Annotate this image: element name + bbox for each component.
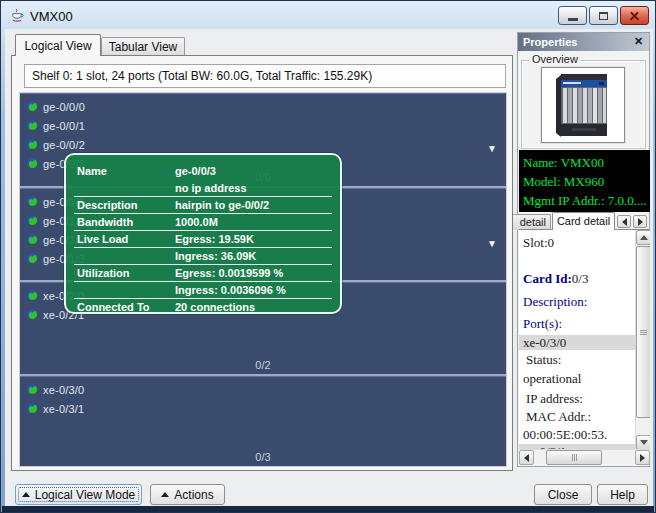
- device-mgmt-ip: Mgmt IP Addr.: 7.0.0....: [523, 191, 646, 210]
- port-label: xe-0/3/0: [43, 384, 84, 396]
- maximize-icon: [599, 12, 608, 20]
- client-area: Logical View Tabular View Shelf 0: 1 slo…: [5, 29, 653, 507]
- port-status-icon: [27, 120, 38, 131]
- tab-detail[interactable]: detail: [512, 214, 551, 230]
- left-arrow-icon: [524, 454, 529, 462]
- port-status-icon: [27, 158, 38, 169]
- port-status-icon: [27, 309, 38, 320]
- slot-field: Slot:0: [523, 233, 635, 253]
- tab-tabular-view[interactable]: Tabular View: [101, 37, 185, 56]
- port-status-icon: [27, 234, 38, 245]
- port-label: ge-0/0/2: [43, 139, 85, 151]
- thumb-grip: [572, 454, 577, 461]
- chassis-image: [541, 67, 625, 143]
- device-model: Model: MX960: [523, 172, 646, 191]
- overview-label: Overview: [529, 53, 581, 65]
- card-detail-panel: Slot:0 Card Id:0/3 Description: Port(s):…: [519, 229, 650, 449]
- port-status-icon: [27, 290, 38, 301]
- description-field: Description:: [523, 290, 635, 313]
- mac-label: MAC Addr.:: [523, 408, 635, 427]
- device-name: Name: VMX00: [523, 153, 646, 172]
- tooltip-row: Ingress: 0.0036096 %: [74, 282, 332, 299]
- minimize-button[interactable]: [558, 6, 587, 25]
- mac-value: 00:00:5E:00:53.: [523, 427, 635, 444]
- port-status-icon: [27, 253, 38, 264]
- help-button[interactable]: Help: [597, 484, 648, 505]
- tooltip-row: Bandwidth1000.0M: [74, 214, 332, 231]
- title-bar[interactable]: VMX00: [2, 2, 654, 29]
- tab-scroll-right-button[interactable]: [633, 215, 647, 228]
- slot-panel-0-3[interactable]: xe-0/3/0 xe-0/3/1 0/3: [20, 376, 506, 466]
- slot-label: 0/3: [20, 451, 506, 463]
- window-title: VMX00: [30, 9, 73, 24]
- tooltip-row: UtilizationEgress: 0.0019599 %: [74, 265, 332, 282]
- window-bottom-border: [2, 506, 654, 512]
- ports-field: Port(s):: [523, 313, 635, 335]
- tab-scroll-left-button[interactable]: [617, 215, 631, 228]
- collapse-arrow-icon: [22, 492, 30, 497]
- card-id-field: Card Id:0/3: [523, 267, 635, 290]
- actions-button[interactable]: Actions: [150, 484, 225, 505]
- down-arrow-icon: [640, 440, 648, 445]
- shelf-summary: Shelf 0: 1 slot, 24 ports (Total BW: 60.…: [24, 64, 506, 88]
- vertical-scroll-thumb[interactable]: [636, 246, 650, 418]
- port-tooltip: Namege-0/0/3 no ip address Descriptionha…: [64, 153, 342, 314]
- close-window-button[interactable]: [620, 6, 649, 25]
- close-icon: [629, 10, 640, 21]
- port-label: xe-0/3/1: [43, 403, 84, 415]
- port-status-icon: [27, 384, 38, 395]
- device-info-terminal: Name: VMX00 Model: MX960 Mgmt IP Addr.: …: [519, 150, 650, 212]
- scroll-up-button[interactable]: [636, 230, 650, 245]
- slot-label: 0/2: [20, 359, 506, 371]
- more-ports-icon[interactable]: ▼: [487, 239, 497, 249]
- tooltip-row: Live LoadEgress: 19.59K: [74, 231, 332, 248]
- right-arrow-icon: [638, 218, 643, 226]
- right-arrow-icon: [640, 454, 645, 462]
- tooltip-row: no ip address: [74, 180, 332, 197]
- minimize-icon: [568, 18, 578, 21]
- horizontal-scroll-thumb[interactable]: [546, 450, 602, 465]
- app-window: VMX00 Logical View Tabular View Shelf 0:…: [0, 0, 656, 513]
- logical-view-mode-button[interactable]: Logical View Mode: [15, 484, 142, 505]
- tab-logical-view[interactable]: Logical View: [15, 34, 101, 56]
- scroll-left-button[interactable]: [519, 450, 534, 465]
- port-item[interactable]: ge-0/0/1: [27, 116, 85, 135]
- status-value: operational: [523, 369, 635, 389]
- thumb-grip: [640, 330, 647, 335]
- status-label: Status:: [523, 350, 635, 369]
- maximize-button[interactable]: [589, 6, 618, 25]
- port-item[interactable]: xe-0/3/0: [27, 380, 84, 399]
- tab-card-detail[interactable]: Card detail: [552, 212, 615, 230]
- tooltip-row: Namege-0/0/3: [74, 163, 332, 180]
- overview-group: Overview: [521, 60, 646, 149]
- horizontal-scrollbar[interactable]: [519, 449, 650, 464]
- close-button[interactable]: Close: [534, 484, 592, 505]
- detail-tabs: detail Card detail: [518, 212, 649, 229]
- port-label: ge-0/0/1: [43, 120, 85, 132]
- properties-panel: Properties ✕ Overview: [517, 32, 650, 467]
- port-item[interactable]: ge-0/0/0: [27, 97, 85, 116]
- port-label: ge-0/0/0: [43, 101, 85, 113]
- port-status-icon: [27, 215, 38, 226]
- port-status-icon: [27, 403, 38, 414]
- properties-header[interactable]: Properties ✕: [518, 33, 649, 51]
- port-status-icon: [27, 101, 38, 112]
- port-status-icon: [27, 139, 38, 150]
- ip-label: IP address:: [523, 389, 635, 408]
- properties-close-icon[interactable]: ✕: [632, 35, 645, 48]
- java-app-icon: [10, 8, 25, 23]
- up-arrow-icon: [640, 235, 648, 240]
- port-status-icon: [27, 196, 38, 207]
- tooltip-row: Connected To20 connections: [74, 299, 332, 316]
- port-item[interactable]: ge-0/0/2: [27, 135, 85, 154]
- collapse-arrow-icon: [161, 492, 169, 497]
- left-arrow-icon: [622, 218, 627, 226]
- more-ports-icon[interactable]: ▼: [487, 144, 497, 154]
- port-item[interactable]: xe-0/3/1: [27, 399, 84, 418]
- properties-title: Properties: [523, 36, 577, 48]
- vertical-scrollbar[interactable]: [635, 230, 650, 449]
- scroll-right-button[interactable]: [635, 450, 650, 465]
- tooltip-row: Descriptionhairpin to ge-0/0/2: [74, 197, 332, 214]
- scroll-down-button[interactable]: [636, 435, 650, 449]
- port-entry[interactable]: xe-0/3/0: [519, 335, 635, 350]
